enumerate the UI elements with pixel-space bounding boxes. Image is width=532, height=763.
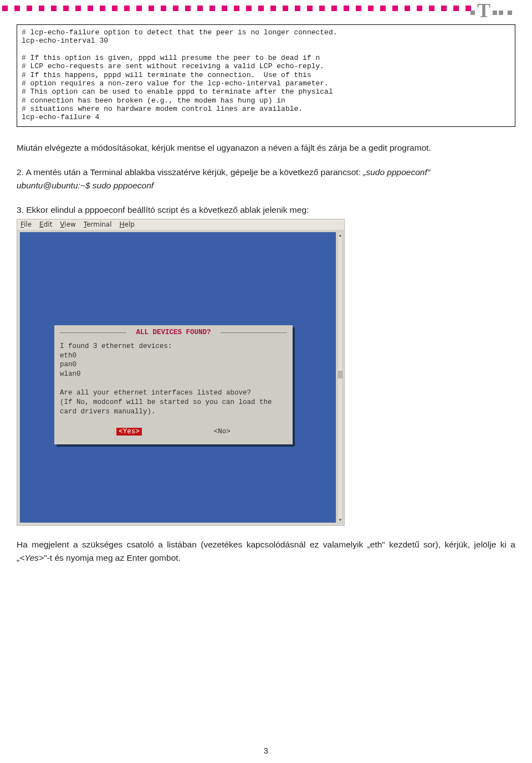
dialog-title: ALL DEVICES FOUND? <box>136 329 211 336</box>
scroll-up-icon[interactable]: ▴ <box>338 232 342 238</box>
paragraph-3: 3. Ekkor elindul a pppoeconf beállító sc… <box>17 203 515 217</box>
scroll-down-icon[interactable]: ▾ <box>338 517 342 523</box>
brand-letter: T <box>477 0 490 22</box>
terminal-scrollbar[interactable]: ▴ ▾ <box>337 232 343 523</box>
paragraph-4: Ha megjelent a szükséges csatoló a listá… <box>17 538 515 565</box>
menu-view[interactable]: View <box>60 221 75 228</box>
paragraph-1: Miután elvégezte a módosításokat, kérjük… <box>17 141 515 155</box>
para2-prompt: ubuntu@ubuntu:~$ sudo pppoeconf <box>17 181 154 190</box>
t-logo: T <box>477 0 512 22</box>
logo-dots-right <box>499 11 512 15</box>
menu-terminal[interactable]: Terminal <box>84 221 112 228</box>
terminal-menubar: File Edit View Terminal Help <box>17 219 344 231</box>
header-strip: T <box>0 0 532 19</box>
menu-edit[interactable]: Edit <box>39 221 52 228</box>
menu-help[interactable]: Help <box>120 221 135 228</box>
no-button[interactable]: <No> <box>214 428 231 436</box>
dialog-body: I found 3 ethernet devices: eth0 pan0 wl… <box>60 342 287 417</box>
dialog-buttons: <Yes> <No> <box>60 428 287 436</box>
terminal-body: ALL DEVICES FOUND? I found 3 ethernet de… <box>19 232 336 523</box>
para4-b: "-t és nyomja meg az Enter gombot. <box>44 553 181 562</box>
scroll-thumb[interactable] <box>338 371 342 378</box>
terminal-window: File Edit View Terminal Help ALL DEVICES… <box>17 219 345 526</box>
menu-file[interactable]: File <box>21 221 32 228</box>
header-dots <box>0 6 471 11</box>
pppoeconf-dialog: ALL DEVICES FOUND? I found 3 ethernet de… <box>54 325 293 444</box>
para2-command: „sudo pppoeconf" <box>363 167 430 177</box>
code-box: # lcp-echo-failure option to detect that… <box>17 24 515 127</box>
yes-button[interactable]: <Yes> <box>116 428 142 436</box>
dialog-title-row: ALL DEVICES FOUND? <box>60 329 287 336</box>
para4-yes: <Yes> <box>19 553 44 562</box>
page-number: 3 <box>0 746 532 755</box>
para2-lead: 2. A mentés után a Terminal ablakba viss… <box>17 167 363 177</box>
paragraph-2: 2. A mentés után a Terminal ablakba viss… <box>17 166 515 192</box>
